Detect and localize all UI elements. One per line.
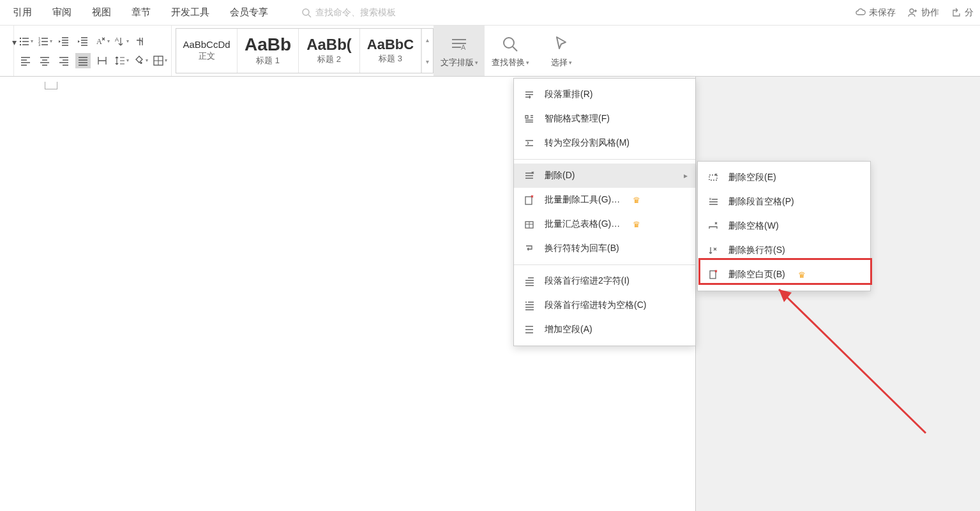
svg-line-14 bbox=[513, 47, 517, 51]
style-normal[interactable]: AaBbCcDd 正文 bbox=[176, 29, 237, 73]
caret-down-icon: ▾ bbox=[569, 59, 572, 66]
share-button[interactable]: 分 bbox=[951, 7, 974, 19]
ribbon-toolbar: ▾ 123 A A bbox=[0, 26, 980, 77]
align-left-button[interactable] bbox=[18, 53, 33, 68]
del-empty-icon bbox=[707, 172, 720, 183]
style-gallery-expand[interactable]: ▴ ▾ bbox=[421, 29, 433, 73]
bullet-list-button[interactable] bbox=[18, 34, 33, 49]
del-newline-icon bbox=[707, 245, 720, 256]
ruler-indent-marker[interactable] bbox=[45, 82, 57, 89]
line-spacing-button[interactable] bbox=[114, 53, 129, 68]
indent-icon bbox=[523, 275, 536, 287]
menu-sections[interactable]: 章节 bbox=[132, 6, 151, 19]
svg-text:A: A bbox=[115, 36, 119, 43]
menu-view[interactable]: 视图 bbox=[92, 6, 111, 19]
menu-delete-newline[interactable]: 删除换行符(S) bbox=[698, 238, 870, 263]
magnifier-icon bbox=[500, 34, 520, 54]
menu-smart-format[interactable]: 智能格式整理(F) bbox=[514, 107, 695, 131]
menu-separator bbox=[514, 159, 695, 160]
svg-rect-15 bbox=[525, 197, 532, 204]
unsaved-indicator[interactable]: 未保存 bbox=[855, 7, 896, 19]
menu-delete-blank-page[interactable]: 删除空白页(B) ♛ bbox=[698, 263, 870, 287]
svg-point-2 bbox=[910, 9, 914, 13]
menu-delete-leading-space[interactable]: 删除段首空格(P) bbox=[698, 190, 870, 214]
style-heading1[interactable]: AaBb 标题 1 bbox=[237, 29, 299, 73]
menu-vip[interactable]: 会员专享 bbox=[230, 6, 268, 19]
align-center-button[interactable] bbox=[37, 53, 52, 68]
svg-rect-18 bbox=[710, 271, 716, 278]
numbered-list-button[interactable]: 123 bbox=[37, 34, 52, 49]
svg-point-0 bbox=[303, 9, 309, 15]
menu-empty-para-style[interactable]: 转为空段分割风格(M) bbox=[514, 131, 695, 155]
delete-submenu: 删除空段(E) 删除段首空格(P) 删除空格(W) 删除换行符(S) 删除空白页… bbox=[697, 161, 871, 291]
menu-indent-2char[interactable]: 段落首行缩进2字符(I) bbox=[514, 269, 695, 293]
indent-space-icon bbox=[523, 300, 536, 311]
svg-point-5 bbox=[19, 43, 20, 45]
delete-icon bbox=[523, 170, 536, 181]
collaborate-button[interactable]: 协作 bbox=[907, 7, 939, 19]
menu-newline-to-return[interactable]: 换行符转为回车(B) bbox=[514, 236, 695, 261]
text-typeset-button[interactable]: A 文字排版▾ bbox=[433, 26, 485, 76]
menu-paragraph-reflow[interactable]: 段落重排(R) bbox=[514, 82, 695, 107]
smart-format-icon bbox=[523, 113, 536, 125]
align-right-button[interactable] bbox=[56, 53, 72, 68]
cloud-icon bbox=[855, 7, 866, 19]
style-heading2[interactable]: AaBb( 标题 2 bbox=[299, 29, 360, 73]
style-gallery: AaBbCcDd 正文 AaBb 标题 1 AaBb( 标题 2 AaBbC 标… bbox=[176, 28, 433, 73]
share-icon bbox=[951, 7, 962, 19]
shading-button[interactable] bbox=[133, 53, 148, 68]
split-icon bbox=[523, 137, 536, 149]
return-icon bbox=[523, 243, 536, 254]
chevron-down-icon: ▾ bbox=[426, 58, 429, 65]
increase-indent-button[interactable] bbox=[75, 34, 91, 49]
menu-review[interactable]: 审阅 bbox=[52, 6, 72, 19]
typeset-icon: A bbox=[449, 34, 469, 54]
reflow-icon bbox=[523, 89, 536, 100]
menu-delete-empty-para[interactable]: 删除空段(E) bbox=[698, 165, 870, 190]
svg-point-13 bbox=[504, 38, 514, 48]
ribbon-group-paragraph: 123 A A bbox=[14, 26, 172, 76]
menu-references[interactable]: 引用 bbox=[13, 6, 32, 19]
menu-delete-space[interactable]: 删除空格(W) bbox=[698, 214, 870, 238]
menu-add-empty-para[interactable]: 增加空段(A) bbox=[514, 317, 695, 342]
menu-indent-to-space[interactable]: 段落首行缩进转为空格(C) bbox=[514, 293, 695, 317]
menu-batch-summarize[interactable]: 批量汇总表格(G)… ♛ bbox=[514, 212, 695, 236]
command-search[interactable]: 查找命令、搜索模板 bbox=[301, 7, 396, 19]
batch-delete-icon bbox=[523, 194, 536, 206]
caret-down-icon: ▾ bbox=[475, 59, 478, 66]
distribute-button[interactable] bbox=[94, 53, 110, 68]
search-icon bbox=[301, 8, 312, 18]
svg-point-3 bbox=[19, 37, 20, 38]
menu-delete[interactable]: 删除(D) ▸ bbox=[514, 164, 695, 188]
style-heading3[interactable]: AaBbC 标题 3 bbox=[360, 29, 421, 73]
typeset-dropdown: 段落重排(R) 智能格式整理(F) 转为空段分割风格(M) 删除(D) ▸ 批量… bbox=[513, 78, 696, 346]
decrease-indent-button[interactable] bbox=[56, 34, 72, 49]
crown-icon: ♛ bbox=[798, 270, 806, 280]
sort-button[interactable]: A bbox=[114, 34, 129, 49]
menu-devtools[interactable]: 开发工具 bbox=[171, 6, 209, 19]
ribbon-group-separator: ▾ bbox=[3, 26, 14, 76]
align-justify-button[interactable] bbox=[75, 53, 91, 68]
crown-icon: ♛ bbox=[633, 195, 640, 205]
pilcrow-button[interactable] bbox=[133, 34, 148, 49]
clear-format-button[interactable]: A bbox=[94, 34, 110, 49]
svg-point-4 bbox=[19, 40, 20, 42]
crown-icon: ♛ bbox=[633, 220, 640, 229]
person-plus-icon bbox=[907, 7, 919, 19]
svg-rect-17 bbox=[709, 175, 717, 180]
menubar: 引用 审阅 视图 章节 开发工具 会员专享 查找命令、搜索模板 未保存 协作 分 bbox=[0, 0, 980, 26]
cursor-icon bbox=[551, 34, 571, 54]
borders-button[interactable] bbox=[152, 53, 167, 68]
menu-batch-delete[interactable]: 批量删除工具(G)… ♛ bbox=[514, 188, 695, 212]
submenu-arrow-icon: ▸ bbox=[684, 171, 688, 180]
find-replace-button[interactable]: 查找替换▾ bbox=[485, 26, 536, 76]
search-placeholder: 查找命令、搜索模板 bbox=[315, 7, 396, 19]
batch-table-icon bbox=[523, 218, 536, 230]
del-blankpage-icon bbox=[707, 269, 720, 280]
select-button[interactable]: 选择▾ bbox=[536, 26, 587, 76]
del-leading-icon bbox=[707, 196, 720, 208]
svg-text:3: 3 bbox=[38, 43, 41, 47]
del-space-icon bbox=[707, 220, 720, 232]
svg-text:A: A bbox=[96, 37, 102, 46]
top-right-cluster: 未保存 协作 分 bbox=[855, 7, 974, 19]
